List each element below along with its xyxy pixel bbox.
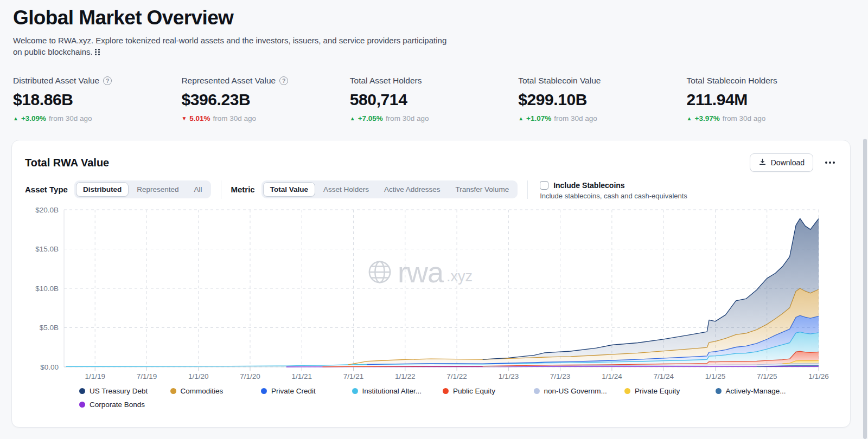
include-stablecoins-block: Include Stablecoins Include stablecoins,… [540, 180, 687, 200]
legend-dot [534, 388, 540, 394]
stat-card-total-asset-holders: Total Asset Holders 580,714 ▲+7.05%from … [350, 76, 518, 122]
metric-option-total-value[interactable]: Total Value [263, 182, 315, 197]
stat-card-distributed-asset-value: Distributed Asset Value? $18.86B ▲+3.09%… [13, 76, 181, 122]
help-icon[interactable]: ? [103, 76, 112, 85]
include-stablecoins-checkbox[interactable] [540, 181, 548, 190]
svg-text:$10.0B: $10.0B [35, 285, 59, 293]
legend-label: Corporate Bonds [90, 401, 145, 409]
legend-label: Private Equity [635, 387, 680, 395]
legend-item-commodities[interactable]: Commodities [170, 385, 261, 396]
stat-label: Distributed Asset Value [13, 76, 99, 86]
include-stablecoins-row[interactable]: Include Stablecoins [540, 181, 687, 190]
legend-label: US Treasury Debt [90, 387, 148, 395]
stat-card-total-stablecoin-holders: Total Stablecoin Holders 211.94M ▲+3.97%… [687, 76, 855, 122]
legend-item-non-us-government-debt[interactable]: non-US Governm... [534, 385, 625, 396]
asset-type-segmented-control: Distributed Represented All [74, 180, 211, 198]
delta-percent: 5.01% [189, 114, 210, 122]
legend-dot [352, 388, 358, 394]
legend-item-corporate-bonds[interactable]: Corporate Bonds [79, 399, 170, 410]
delta-arrow-icon: ▼ [181, 115, 187, 121]
stat-label: Total Stablecoin Holders [687, 76, 777, 86]
download-icon [758, 158, 767, 167]
asset-type-option-all[interactable]: All [187, 182, 209, 197]
help-icon[interactable]: ? [279, 76, 288, 85]
legend-dot [79, 388, 85, 394]
legend-label: Private Credit [271, 387, 316, 395]
include-stablecoins-description: Include stablecoins, cash and cash-equiv… [540, 192, 687, 200]
download-button[interactable]: Download [750, 153, 813, 172]
stat-label: Total Asset Holders [350, 76, 422, 86]
svg-text:7/1/24: 7/1/24 [653, 372, 674, 380]
legend-label: non-US Governm... [544, 387, 607, 395]
legend-item-us-treasury-debt[interactable]: US Treasury Debt [79, 385, 170, 396]
legend-item-public-equity[interactable]: Public Equity [443, 385, 534, 396]
svg-text:7/1/19: 7/1/19 [137, 372, 157, 380]
stats-row: Distributed Asset Value? $18.86B ▲+3.09%… [13, 76, 855, 122]
legend-label: Actively-Manage... [726, 387, 786, 395]
metric-option-active-addresses[interactable]: Active Addresses [377, 182, 448, 197]
stat-value: $18.86B [13, 91, 181, 109]
delta-percent: +7.05% [358, 114, 383, 122]
legend-label: Commodities [181, 387, 224, 395]
asset-type-option-represented[interactable]: Represented [130, 182, 186, 197]
svg-text:7/1/25: 7/1/25 [757, 372, 777, 380]
svg-text:7/1/23: 7/1/23 [550, 372, 571, 380]
metric-segmented-control: Total Value Asset Holders Active Address… [261, 180, 518, 198]
card-title: Total RWA Value [25, 157, 109, 169]
asset-type-option-distributed[interactable]: Distributed [76, 182, 129, 197]
legend-dot [79, 402, 85, 408]
page-title: Global Market Overview [13, 7, 447, 29]
svg-text:1/1/24: 1/1/24 [602, 372, 622, 380]
stat-card-total-stablecoin-value: Total Stablecoin Value $299.10B ▲+1.07%f… [518, 76, 686, 122]
legend-dot [170, 388, 176, 394]
svg-text:$0.00: $0.00 [40, 363, 59, 371]
svg-text:$5.0B: $5.0B [40, 324, 59, 332]
delta-suffix: from 30d ago [386, 114, 429, 122]
legend-item-private-equity[interactable]: Private Equity [624, 385, 716, 396]
total-rwa-value-chart[interactable]: $20.0B$15.0B$10.0B$5.0B$0.001/1/197/1/19… [12, 200, 851, 384]
metric-label: Metric [231, 180, 255, 199]
delta-percent: +3.09% [21, 114, 46, 122]
stat-value: $299.10B [518, 91, 686, 109]
svg-text:1/1/25: 1/1/25 [705, 372, 726, 380]
legend-label: Institutional Alter... [362, 387, 422, 395]
delta-arrow-icon: ▲ [13, 115, 18, 121]
legend-item-institutional-alternative[interactable]: Institutional Alter... [352, 385, 443, 396]
svg-text:1/1/22: 1/1/22 [395, 372, 416, 380]
delta-percent: +3.97% [695, 114, 720, 122]
delta-suffix: from 30d ago [49, 114, 92, 122]
divider [527, 180, 528, 199]
page-subtitle: Welcome to RWA.xyz. Explore tokenized re… [13, 35, 447, 59]
divider [221, 180, 221, 199]
stat-label: Total Stablecoin Value [518, 76, 601, 86]
svg-text:7/1/20: 7/1/20 [240, 372, 260, 380]
page-subtitle-text: Welcome to RWA.xyz. Explore tokenized re… [13, 36, 446, 56]
svg-text:1/1/21: 1/1/21 [292, 372, 312, 380]
stat-value: 580,714 [350, 91, 518, 109]
page-header: Global Market Overview Welcome to RWA.xy… [13, 7, 447, 59]
include-stablecoins-label: Include Stablecoins [553, 181, 624, 190]
delta-suffix: from 30d ago [213, 114, 257, 122]
vertical-scrollbar[interactable] [863, 139, 867, 439]
delta-arrow-icon: ▲ [518, 115, 524, 121]
metric-option-asset-holders[interactable]: Asset Holders [316, 182, 376, 197]
svg-text:$15.0B: $15.0B [35, 245, 59, 253]
delta-arrow-icon: ▲ [350, 115, 355, 121]
more-options-button[interactable] [823, 158, 837, 167]
svg-text:1/1/19: 1/1/19 [85, 372, 105, 380]
asset-type-label: Asset Type [25, 180, 68, 199]
total-rwa-value-card: Total RWA Value Download Asset Type Dist… [11, 140, 851, 428]
delta-suffix: from 30d ago [723, 114, 766, 122]
legend-dot [624, 388, 630, 394]
svg-text:7/1/21: 7/1/21 [343, 372, 364, 380]
legend-item-private-credit[interactable]: Private Credit [261, 385, 352, 396]
metric-option-transfer-volume[interactable]: Transfer Volume [449, 182, 516, 197]
svg-text:1/1/26: 1/1/26 [808, 372, 829, 380]
delta-percent: +1.07% [526, 114, 551, 122]
chart-controls: Asset Type Distributed Represented All M… [12, 180, 850, 200]
svg-text:7/1/22: 7/1/22 [446, 372, 467, 380]
stat-label: Represented Asset Value [181, 76, 276, 86]
legend-item-actively-managed[interactable]: Actively-Manage... [716, 385, 807, 396]
stat-value: $396.23B [181, 91, 349, 109]
stat-card-represented-asset-value: Represented Asset Value? $396.23B ▼5.01%… [181, 76, 349, 122]
